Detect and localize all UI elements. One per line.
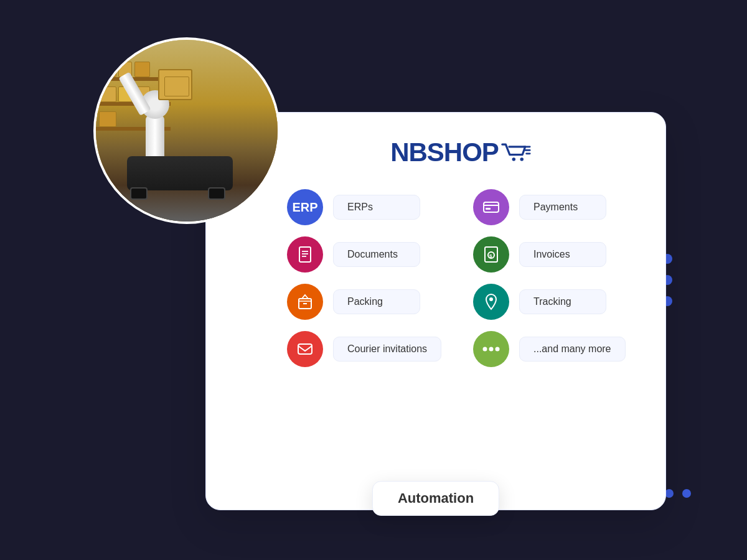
tracking-icon [473,284,509,320]
feature-item-more: ...and many more [473,331,634,367]
svg-point-20 [489,347,494,352]
feature-item-erp: ERP ERPs [287,189,448,225]
logo-area: NBSHOP [287,138,634,167]
svg-rect-18 [298,344,312,354]
documents-icon [287,236,323,273]
dots-bottom-right [665,489,691,498]
dot-br-1 [665,489,674,498]
erp-icon: ERP [287,189,323,225]
payments-icon [473,189,509,225]
courier-label: Courier invitations [333,337,441,362]
packing-icon [287,284,323,320]
invoices-icon: $ [473,236,509,273]
svg-point-0 [512,157,515,161]
feature-item-payments: Payments [473,189,634,225]
logo-cart-icon [501,141,531,164]
erp-label: ERPs [333,195,420,220]
logo-text: NBSHOP [390,138,499,167]
more-label: ...and many more [519,337,626,362]
feature-item-invoices: $ Invoices [473,236,634,273]
more-icon [473,331,509,367]
svg-point-19 [483,347,487,352]
dot-br-2 [682,489,691,498]
packing-label: Packing [333,289,420,314]
courier-icon [287,331,323,367]
svg-text:$: $ [489,253,492,259]
svg-point-1 [520,157,524,161]
feature-item-tracking: Tracking [473,284,634,320]
payments-label: Payments [519,195,606,220]
svg-rect-7 [486,208,491,210]
feature-item-documents: Documents [287,236,448,273]
robot-image [93,37,280,224]
feature-item-packing: Packing [287,284,448,320]
svg-point-17 [489,297,493,301]
svg-point-21 [496,347,500,352]
logo: NBSHOP [390,138,531,167]
svg-rect-8 [299,247,311,262]
svg-rect-5 [484,202,499,212]
features-grid: ERP ERPs Payments [287,189,634,367]
scene: NBSHOP ERP [93,37,654,523]
automation-badge: Automation [372,481,499,516]
tracking-label: Tracking [519,289,606,314]
invoices-label: Invoices [519,242,606,267]
documents-label: Documents [333,242,420,267]
feature-item-courier: Courier invitations [287,331,448,367]
